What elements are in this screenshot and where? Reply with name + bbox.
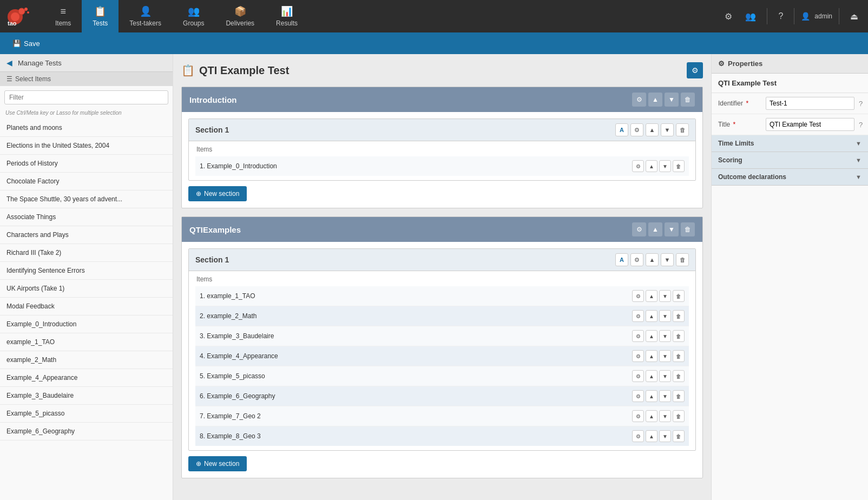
list-item[interactable]: Periods of History [0,155,173,173]
filter-input[interactable] [4,90,168,104]
item-controls: ⚙ ▲ ▼ 🗑 [632,160,685,172]
list-item[interactable]: UK Airports (Take 1) [0,280,173,298]
item-controls: ⚙ ▲ ▼ 🗑 [632,330,685,342]
list-item[interactable]: Associate Things [0,208,173,226]
test-settings-button[interactable]: ⚙ [687,62,703,78]
section-settings-button-qti[interactable]: ⚙ [630,253,643,266]
item-up-button[interactable]: ▲ [646,160,657,172]
users-button[interactable]: 👥 [741,8,760,25]
item-settings-button[interactable]: ⚙ [632,310,644,322]
list-item[interactable]: Elections in the United States, 2004 [0,137,173,155]
help-button[interactable]: ? [774,8,787,24]
save-button[interactable]: 💾 Save [8,37,44,50]
new-section-button-qti[interactable]: ⊕ New section [188,456,247,471]
item-down-button[interactable]: ▼ [659,160,671,172]
item-delete-button[interactable]: 🗑 [673,310,685,322]
nav-tests-item[interactable]: 📋 Tests [82,0,119,32]
item-up-button[interactable]: ▲ [646,430,657,442]
item-delete-button[interactable]: 🗑 [673,350,685,362]
item-delete-button[interactable]: 🗑 [673,160,685,172]
logout-button[interactable]: ⏏ [846,8,863,25]
section-up-button[interactable]: ▲ [646,123,659,136]
item-settings-button[interactable]: ⚙ [632,390,644,402]
list-item[interactable]: Chocolate Factory [0,173,173,190]
item-row: 7. Example_7_Geo 2 ⚙ ▲ ▼ 🗑 [195,406,689,426]
item-settings-button[interactable]: ⚙ [632,410,644,422]
list-item[interactable]: Example_0_Introduction [0,315,173,333]
outcome-declarations-section[interactable]: Outcome declarations ▼ [712,169,868,186]
item-up-button[interactable]: ▲ [646,410,657,422]
item-settings-button[interactable]: ⚙ [632,290,644,302]
list-item[interactable]: example_2_Math [0,351,173,369]
nav-results-item[interactable]: 📊 Results [265,0,308,32]
nav-deliveries-item[interactable]: 📦 Deliveries [215,0,265,32]
item-up-button[interactable]: ▲ [646,350,657,362]
section-down-button-qti[interactable]: ▼ [661,253,674,266]
item-settings-button[interactable]: ⚙ [632,160,644,172]
part-down-button-qti[interactable]: ▼ [665,222,679,236]
item-down-button[interactable]: ▼ [659,310,671,322]
item-delete-button[interactable]: 🗑 [673,410,685,422]
title-help-icon[interactable]: ? [859,121,863,129]
part-up-button[interactable]: ▲ [648,93,662,107]
item-up-button[interactable]: ▲ [646,330,657,342]
item-delete-button[interactable]: 🗑 [673,290,685,302]
item-down-button[interactable]: ▼ [659,350,671,362]
part-delete-button-qti[interactable]: 🗑 [681,222,695,236]
nav-groups-item[interactable]: 👥 Groups [172,0,215,32]
section-settings-button[interactable]: ⚙ [630,123,643,136]
identifier-help-icon[interactable]: ? [859,100,863,108]
section-down-button[interactable]: ▼ [661,123,674,136]
item-down-button[interactable]: ▼ [659,390,671,402]
item-settings-button[interactable]: ⚙ [632,430,644,442]
item-up-button[interactable]: ▲ [646,290,657,302]
part-up-button-qti[interactable]: ▲ [648,222,662,236]
scoring-section[interactable]: Scoring ▼ [712,152,868,169]
section-a-button-qti[interactable]: A [615,253,628,266]
section-delete-button-qti[interactable]: 🗑 [676,253,689,266]
item-delete-button[interactable]: 🗑 [673,390,685,402]
back-arrow-icon[interactable]: ◀ [6,58,12,67]
list-icon: ☰ [6,75,12,83]
part-down-button[interactable]: ▼ [665,93,679,107]
item-settings-button[interactable]: ⚙ [632,330,644,342]
list-item[interactable]: Richard III (Take 2) [0,244,173,262]
section-delete-button[interactable]: 🗑 [676,123,689,136]
section-up-button-qti[interactable]: ▲ [646,253,659,266]
item-up-button[interactable]: ▲ [646,390,657,402]
item-down-button[interactable]: ▼ [659,410,671,422]
item-down-button[interactable]: ▼ [659,430,671,442]
time-limits-section[interactable]: Time Limits ▼ [712,135,868,152]
new-section-label: New section [204,190,239,198]
part-settings-button[interactable]: ⚙ [632,93,646,107]
part-delete-button[interactable]: 🗑 [681,93,695,107]
title-input[interactable] [766,118,854,131]
item-settings-button[interactable]: ⚙ [632,370,644,382]
list-item[interactable]: example_1_TAO [0,333,173,351]
list-item[interactable]: Example_5_picasso [0,405,173,423]
list-item[interactable]: Identifying Sentence Errors [0,262,173,280]
nav-testtakers-item[interactable]: 👤 Test-takers [119,0,172,32]
settings-button[interactable]: ⚙ [720,8,737,25]
item-down-button[interactable]: ▼ [659,370,671,382]
item-delete-button[interactable]: 🗑 [673,330,685,342]
list-item[interactable]: Example_3_Baudelaire [0,387,173,405]
list-item[interactable]: Example_6_Geography [0,423,173,440]
item-up-button[interactable]: ▲ [646,370,657,382]
item-delete-button[interactable]: 🗑 [673,430,685,442]
item-up-button[interactable]: ▲ [646,310,657,322]
item-settings-button[interactable]: ⚙ [632,350,644,362]
section-a-button[interactable]: A [615,123,628,136]
list-item[interactable]: The Space Shuttle, 30 years of advent... [0,190,173,208]
new-section-button[interactable]: ⊕ New section [188,186,247,201]
list-item[interactable]: Characters and Plays [0,226,173,244]
identifier-input[interactable] [766,97,854,110]
item-delete-button[interactable]: 🗑 [673,370,685,382]
item-down-button[interactable]: ▼ [659,330,671,342]
list-item[interactable]: Modal Feedback [0,298,173,315]
item-down-button[interactable]: ▼ [659,290,671,302]
nav-items-item[interactable]: ≡ Items [44,0,82,32]
list-item[interactable]: Example_4_Appearance [0,369,173,387]
part-settings-button-qti[interactable]: ⚙ [632,222,646,236]
list-item[interactable]: Planets and moons [0,119,173,137]
